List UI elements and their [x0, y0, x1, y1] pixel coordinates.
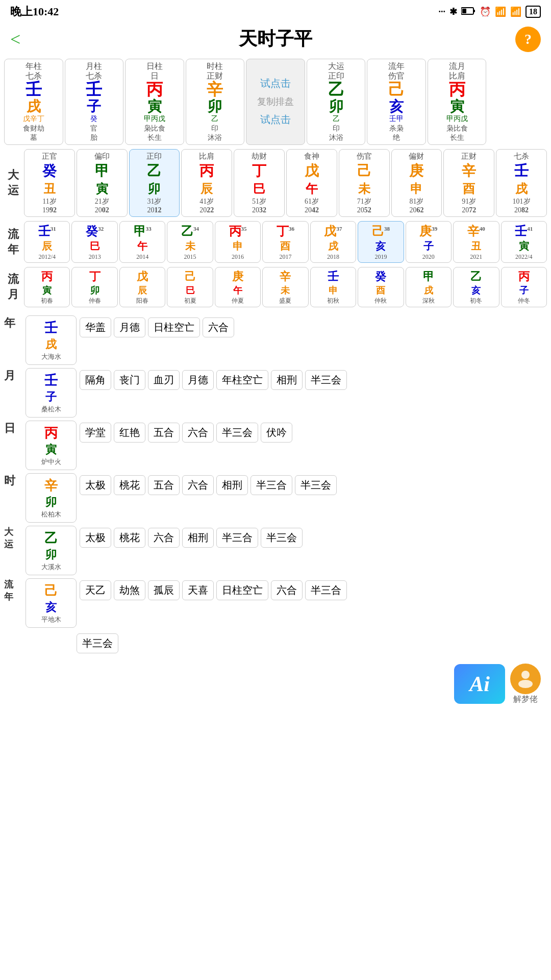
tag-rizhukonwang2[interactable]: 日柱空亡 — [216, 580, 268, 600]
tag-yuede2[interactable]: 月德 — [182, 370, 214, 390]
ln-cell-3[interactable]: 乙34 未 2015 — [167, 221, 213, 263]
tag-hongyan[interactable]: 红艳 — [114, 423, 145, 443]
dayun-cell-6[interactable]: 伤官 己 未 71岁 2052 — [339, 149, 390, 217]
tag-liuhe5[interactable]: 六合 — [271, 580, 303, 600]
lm-cell-10[interactable]: 丙 子 仲冬 — [501, 267, 547, 307]
footer: Ai 解梦佬 — [0, 658, 551, 710]
tag-taohua[interactable]: 桃花 — [114, 475, 145, 495]
dayun-cell-5[interactable]: 食神 戊 午 61岁 2042 — [286, 149, 337, 217]
tag-tianxi[interactable]: 天喜 — [182, 580, 214, 600]
tag-xuelren[interactable]: 血刃 — [148, 370, 180, 390]
tag-xiangxing3[interactable]: 相刑 — [182, 528, 214, 548]
pillar-liunian[interactable]: 流年 伤官 己 亥 壬甲 杀枭绝 — [367, 59, 426, 145]
shensha-pillar-liunian2[interactable]: 己 亥 平地木 — [26, 578, 77, 628]
tag-guchen[interactable]: 孤辰 — [148, 580, 180, 600]
lm-cell-3[interactable]: 己 巳 初夏 — [167, 267, 213, 307]
dayun-cell-4[interactable]: 劫财 丁 巳 51岁 2032 — [234, 149, 285, 217]
dayun-cell-0[interactable]: 正官 癸 丑 11岁 1992 — [24, 149, 75, 217]
tag-bansanhui5[interactable]: 半三会 — [77, 633, 118, 653]
shensha-pillar-nian[interactable]: 壬 戌 大海水 — [26, 315, 77, 365]
dayun-cell-8[interactable]: 正财 辛 酉 91岁 2072 — [443, 149, 494, 217]
tag-bansanhe2[interactable]: 半三合 — [216, 528, 258, 548]
lm-cell-0[interactable]: 丙 寅 初春 — [24, 267, 70, 307]
lm-cell-5[interactable]: 辛 未 盛夏 — [262, 267, 308, 307]
ln-cell-2[interactable]: 甲33 午 2014 — [119, 221, 165, 263]
ln-cell-9[interactable]: 辛40 丑 2021 — [453, 221, 499, 263]
pillar-extra-liuyue: 枭比食长生 — [429, 124, 485, 142]
shensha-pillar-shi[interactable]: 辛 卯 松柏木 — [26, 473, 77, 523]
lm-cell-2[interactable]: 戊 辰 阳春 — [119, 267, 165, 307]
dayun-cell-7[interactable]: 偏财 庚 申 81岁 2062 — [391, 149, 442, 217]
shensha-pillar-yue[interactable]: 壬 子 桑松木 — [26, 368, 77, 418]
shensha-pillar-dayun2[interactable]: 乙 卯 大溪水 — [26, 526, 77, 575]
trial-click-1[interactable]: 试点击 — [260, 77, 291, 90]
lm-cell-1[interactable]: 丁 卯 仲春 — [71, 267, 117, 307]
tag-wuhe[interactable]: 五合 — [148, 423, 180, 443]
tag-bansanhui[interactable]: 半三会 — [305, 370, 347, 390]
tag-bansanhe3[interactable]: 半三合 — [305, 580, 347, 600]
pillar-dayun[interactable]: 大运 正印 乙 卯 乙 印沐浴 — [307, 59, 366, 145]
shensha-label-nian: 年 — [4, 315, 15, 331]
lm-cell-8[interactable]: 甲 戌 深秋 — [406, 267, 452, 307]
tag-liuhe[interactable]: 六合 — [203, 317, 234, 337]
dayun-cell-2[interactable]: 正印 乙 卯 31岁 2012 — [129, 149, 180, 217]
pillar-shen-liuyue: 比肩 — [429, 71, 485, 81]
back-button[interactable]: < — [10, 29, 20, 50]
dayun-cell-3[interactable]: 比肩 丙 辰 41岁 2022 — [181, 149, 232, 217]
tag-taiji2[interactable]: 太极 — [80, 528, 111, 548]
ln-cell-10[interactable]: 壬41 寅 2022/4 — [501, 221, 547, 263]
tag-taiji[interactable]: 太极 — [80, 475, 111, 495]
lm-cell-4[interactable]: 庚 午 仲夏 — [215, 267, 261, 307]
tag-nianzhukonwang[interactable]: 年柱空亡 — [216, 370, 268, 390]
tag-fuyin[interactable]: 伏吟 — [261, 423, 292, 443]
tag-xiangxing[interactable]: 相刑 — [271, 370, 303, 390]
ln-cell-8[interactable]: 庚39 子 2020 — [406, 221, 452, 263]
pillar-yuezhu[interactable]: 月柱 七杀 壬 子 癸 官胎 — [65, 59, 124, 145]
pillar-shizhu[interactable]: 时柱 正财 辛 卯 乙 印沐浴 — [186, 59, 245, 145]
tag-xuetang[interactable]: 学堂 — [80, 423, 111, 443]
tag-bansanhui3[interactable]: 半三会 — [295, 475, 337, 495]
ln-cell-7[interactable]: 己38 亥 2019 — [358, 221, 404, 263]
tag-liuhe3[interactable]: 六合 — [182, 475, 214, 495]
pillar-liuyue[interactable]: 流月 比肩 丙 寅 甲丙戊 枭比食长生 — [428, 59, 487, 145]
tag-bansanhe[interactable]: 半三合 — [251, 475, 292, 495]
pillar-nianzhu[interactable]: 年柱 七杀 壬 戌 戊辛丁 食财劫墓 — [4, 59, 63, 145]
lm-cell-7[interactable]: 癸 酉 仲秋 — [358, 267, 404, 307]
tag-gejiao[interactable]: 隔角 — [80, 370, 111, 390]
tag-sangmen[interactable]: 丧门 — [114, 370, 145, 390]
tag-liuhe2[interactable]: 六合 — [182, 423, 214, 443]
tag-rizhukonwang[interactable]: 日柱空亡 — [148, 317, 200, 337]
shensha-row-yue: 月 壬 子 桑松木 隔角 丧门 血刃 月德 年柱空亡 相刑 半三会 — [4, 368, 547, 418]
tag-bansanhui4[interactable]: 半三会 — [261, 528, 303, 548]
lm-cell-6[interactable]: 壬 申 初秋 — [310, 267, 356, 307]
svg-point-4 — [518, 680, 533, 688]
lm-cell-9[interactable]: 乙 亥 初冬 — [453, 267, 499, 307]
copy-action[interactable]: 复制排盘 — [257, 95, 294, 108]
tag-bansanhui2[interactable]: 半三会 — [216, 423, 258, 443]
ln-cell-6[interactable]: 戊37 戌 2018 — [310, 221, 356, 263]
ln-cell-4[interactable]: 丙35 申 2016 — [215, 221, 261, 263]
help-button[interactable]: ? — [515, 27, 541, 52]
shensha-pillar-ri[interactable]: 丙 寅 炉中火 — [26, 421, 77, 470]
pillar-di-shi: 卯 — [187, 99, 243, 115]
ln-cell-1[interactable]: 癸32 巳 2013 — [71, 221, 117, 263]
ai-button[interactable]: Ai — [454, 664, 505, 704]
tag-yuede[interactable]: 月德 — [114, 317, 145, 337]
liuyue-grid: 丙 寅 初春 丁 卯 仲春 戊 辰 阳春 己 巳 初夏 庚 午 — [24, 267, 547, 307]
tag-tianyi[interactable]: 天乙 — [80, 580, 111, 600]
pillar-rizhu[interactable]: 日柱 日 丙 寅 甲丙戊 枭比食长生 — [125, 59, 184, 145]
tag-huagai[interactable]: 华盖 — [80, 317, 111, 337]
dayun-cell-9[interactable]: 七杀 壬 戌 101岁 2082 — [496, 149, 547, 217]
tag-liuhe4[interactable]: 六合 — [148, 528, 180, 548]
dayun-cell-1[interactable]: 偏印 甲 寅 21岁 2002 — [77, 149, 128, 217]
trial-click-2[interactable]: 试点击 — [260, 113, 291, 127]
shensha-tags-ri: 学堂 红艳 五合 六合 半三会 伏吟 — [80, 421, 547, 443]
ln-cell-0[interactable]: 壬31 辰 2012/4 — [24, 221, 70, 263]
tag-jiesha[interactable]: 劫煞 — [114, 580, 145, 600]
tag-taohua2[interactable]: 桃花 — [114, 528, 145, 548]
tag-wuhe2[interactable]: 五合 — [148, 475, 180, 495]
tag-xiangxing2[interactable]: 相刑 — [216, 475, 248, 495]
pillar-shen-shi: 正财 — [187, 71, 243, 81]
dayun-row-label: 大运 — [4, 149, 22, 217]
ln-cell-5[interactable]: 丁36 酉 2017 — [262, 221, 308, 263]
